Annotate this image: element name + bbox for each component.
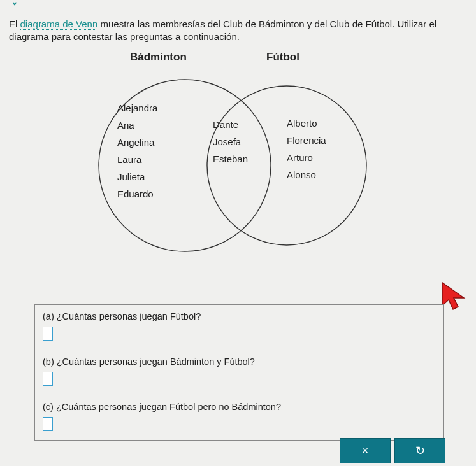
venn-intersection-names: Dante Josefa Esteban [213, 116, 248, 167]
venn-label-right: Fútbol [266, 51, 299, 64]
question-a-row: (a) ¿Cuántas personas juegan Fútbol? [35, 305, 443, 350]
answer-input-a[interactable] [43, 327, 53, 341]
venn-diagram: Bádminton Fútbol Alejandra Ana Angelina … [0, 51, 476, 267]
close-icon: × [362, 444, 369, 458]
venn-right-names: Alberto Florencia Arturo Alonso [287, 115, 326, 183]
chevron-down-icon: ˅ [12, 3, 17, 12]
name-item: Arturo [287, 149, 326, 166]
intro-prefix: El [9, 18, 20, 29]
name-item: Angelina [117, 134, 157, 151]
questions-panel: (a) ¿Cuántas personas juegan Fútbol? (b)… [34, 304, 444, 441]
instructions-text: El diagrama de Venn muestra las membresí… [9, 18, 467, 44]
name-item: Esteban [213, 150, 248, 167]
close-button[interactable]: × [340, 438, 391, 463]
question-b-text: (b) ¿Cuántas personas juegan Bádminton y… [43, 357, 435, 367]
reset-button[interactable]: ↻ [394, 438, 445, 463]
name-item: Dante [213, 116, 248, 133]
venn-diagram-link[interactable]: diagrama de Venn [20, 18, 98, 30]
name-item: Alonso [287, 166, 326, 183]
name-item: Ana [117, 117, 157, 134]
name-item: Josefa [213, 133, 248, 150]
name-item: Alejandra [117, 99, 157, 117]
question-c-row: (c) ¿Cuántas personas juegan Fútbol pero… [35, 395, 443, 440]
reset-icon: ↻ [415, 444, 425, 458]
name-item: Eduardo [117, 185, 157, 202]
name-item: Julieta [117, 168, 157, 185]
expand-toggle[interactable]: ˅ [6, 3, 23, 13]
venn-left-names: Alejandra Ana Angelina Laura Julieta Edu… [117, 99, 157, 202]
svg-marker-2 [442, 283, 464, 309]
action-buttons: × ↻ [340, 438, 445, 463]
name-item: Florencia [287, 132, 326, 149]
answer-input-c[interactable] [43, 417, 53, 431]
question-a-text: (a) ¿Cuántas personas juegan Fútbol? [43, 311, 435, 321]
name-item: Alberto [287, 115, 326, 132]
name-item: Laura [117, 151, 157, 168]
cursor-arrow-icon [440, 280, 468, 313]
answer-input-b[interactable] [43, 372, 53, 386]
question-b-row: (b) ¿Cuántas personas juegan Bádminton y… [35, 350, 443, 395]
venn-label-left: Bádminton [130, 51, 187, 64]
question-c-text: (c) ¿Cuántas personas juegan Fútbol pero… [43, 402, 435, 412]
